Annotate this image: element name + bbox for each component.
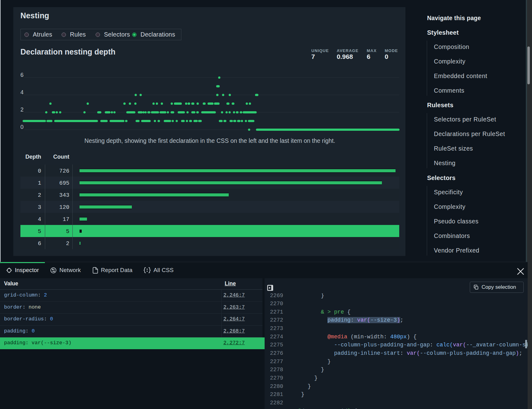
svg-text:6: 6 xyxy=(20,72,24,78)
svg-text:0: 0 xyxy=(20,124,24,130)
svg-text:2: 2 xyxy=(20,107,24,113)
svg-text:4: 4 xyxy=(20,89,24,95)
